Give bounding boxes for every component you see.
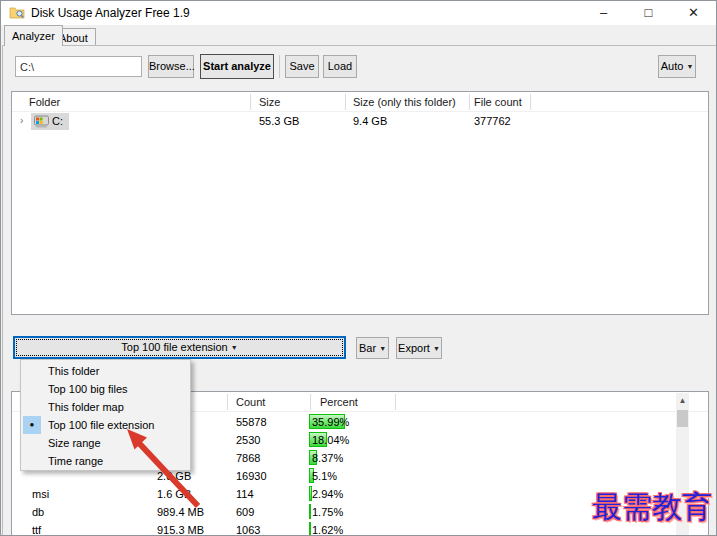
tab-strip: Analyzer About [1,25,716,45]
size-cell: 2.8 GB [157,470,191,482]
col-header-size[interactable]: Size [259,95,280,109]
column-divider [227,394,228,410]
minimize-button[interactable]: – [581,1,626,25]
menu-item-label: Top 100 big files [48,383,128,395]
menu-item-label: This folder map [48,401,124,413]
folder-file-count: 377762 [474,115,511,127]
menu-item-size-range[interactable]: Size range [21,434,190,452]
export-dropdown-button[interactable]: Export ▼ [396,337,442,359]
radio-bullet-icon: ● [23,416,41,434]
col-header-size-only[interactable]: Size (only this folder) [353,95,456,109]
menu-item-label: This folder [48,365,99,377]
ext-cell: db [32,506,44,518]
col-header-count[interactable]: Count [236,395,265,409]
load-button[interactable]: Load [323,55,357,78]
col-header-percent[interactable]: Percent [320,395,358,409]
bar-dropdown-button[interactable]: Bar ▼ [356,337,389,359]
percent-cell: 2.94% [312,488,343,500]
size-cell: 989.4 MB [157,506,204,518]
tab-analyzer[interactable]: Analyzer [4,25,63,46]
folder-table: Folder Size Size (only this folder) File… [11,91,709,315]
scrollbar-thumb[interactable] [677,410,688,427]
column-divider [469,94,470,110]
auto-label: Auto [661,60,684,72]
column-divider [530,94,531,110]
count-cell: 1063 [236,524,260,536]
column-divider [250,94,251,110]
percent-cell: 35.99% [312,416,349,428]
maximize-button[interactable]: □ [626,1,671,25]
folder-table-header: Folder Size Size (only this folder) File… [12,92,708,112]
drive-icon [34,115,49,128]
start-analyze-button[interactable]: Start analyze [200,54,274,79]
ext-cell: ttf [32,524,41,536]
view-dropdown-menu: This folder Top 100 big files This folde… [20,359,191,471]
percent-cell: 8.37% [312,452,343,464]
column-divider [345,94,346,110]
percent-cell: 1.75% [312,506,343,518]
menu-item-label: Top 100 file extension [48,419,154,431]
menu-item-this-folder[interactable]: This folder [21,362,190,380]
menu-item-top-100-big-files[interactable]: Top 100 big files [21,380,190,398]
export-label: Export [398,342,430,354]
menu-item-label: Size range [48,437,101,449]
menu-item-time-range[interactable]: Time range [21,452,190,470]
count-cell: 16930 [236,470,267,482]
menu-item-label: Time range [48,455,103,467]
chevron-down-icon: ▼ [231,344,238,351]
browse-button[interactable]: Browse... [148,55,194,78]
bar-label: Bar [359,342,376,354]
folder-size: 55.3 GB [259,115,299,127]
col-header-folder[interactable]: Folder [29,95,60,109]
view-selector-button[interactable]: Top 100 file extension ▼ [13,336,346,359]
auto-dropdown-button[interactable]: Auto ▼ [658,55,696,78]
count-cell: 114 [236,488,254,500]
view-selector-label: Top 100 file extension [121,341,227,353]
close-button[interactable]: ✕ [671,1,716,25]
title-bar: Disk Usage Analyzer Free 1.9 – □ ✕ [1,1,716,25]
menu-item-top-100-file-extension[interactable]: ● Top 100 file extension [21,416,190,434]
chevron-down-icon: ▼ [379,345,386,352]
window-title: Disk Usage Analyzer Free 1.9 [31,1,190,25]
size-cell: 1.6 GB [157,488,191,500]
col-header-file-count[interactable]: File count [474,95,522,109]
column-divider [310,394,311,410]
column-divider [395,394,396,410]
menu-item-this-folder-map[interactable]: This folder map [21,398,190,416]
size-cell: 915.3 MB [157,524,204,536]
ext-cell: msi [32,488,49,500]
folder-row-c-drive[interactable]: › C: 55.3 GB 9.4 GB 377762 [12,113,708,130]
app-folder-search-icon [9,5,25,21]
count-cell: 55878 [236,416,267,428]
toolbar-separator [279,55,280,78]
folder-size-only: 9.4 GB [353,115,387,127]
scroll-up-icon[interactable]: ▲ [676,393,689,408]
watermark-text: 最需教育 [592,487,712,528]
folder-name: C: [52,115,63,127]
percent-bar [309,522,311,536]
app-window: Disk Usage Analyzer Free 1.9 – □ ✕ Analy… [0,0,717,536]
percent-cell: 5.1% [312,470,337,482]
save-button[interactable]: Save [285,55,319,78]
percent-cell: 18.04% [312,434,349,446]
percent-cell: 1.62% [312,524,343,536]
count-cell: 609 [236,506,254,518]
count-cell: 2530 [236,434,260,446]
chevron-down-icon: ▼ [433,345,440,352]
path-input[interactable] [15,56,142,77]
percent-bar [309,504,311,519]
count-cell: 7868 [236,452,260,464]
chevron-down-icon: ▼ [686,63,693,70]
expand-chevron-icon[interactable]: › [20,115,23,126]
